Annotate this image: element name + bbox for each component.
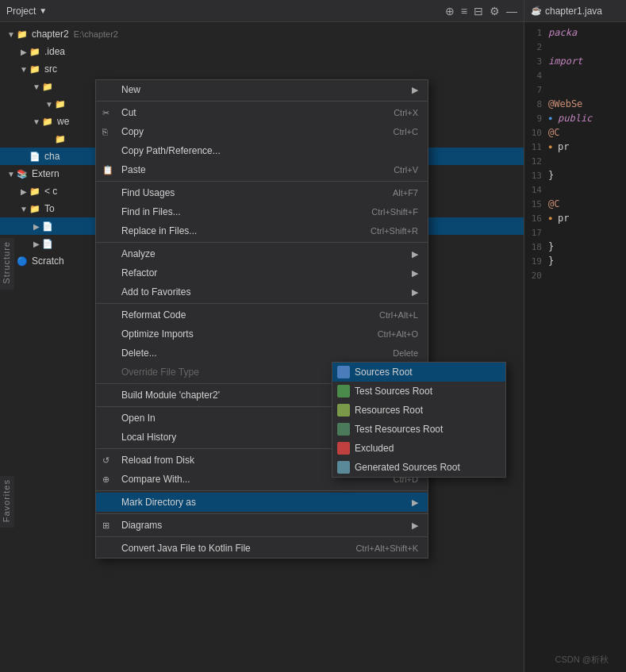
menu-item-analyze[interactable]: Analyze ▶ (96, 244, 428, 263)
submenu-arrow: ▶ (412, 497, 418, 508)
submenu-item-generated-sources-root[interactable]: Generated Sources Root (332, 458, 505, 477)
code-line-17: 17 (524, 225, 626, 240)
menu-item-mark-directory[interactable]: Mark Directory as ▶ (96, 493, 428, 512)
menu-item-label: Find in Files... (121, 206, 181, 217)
code-line-1: 1 packa (524, 25, 626, 40)
code-line-3: 3 import (524, 54, 626, 68)
menu-item-label: Convert Java File to Kotlin File (121, 543, 251, 554)
tree-label: To (44, 203, 55, 214)
menu-item-optimize-imports[interactable]: Optimize Imports Ctrl+Alt+O (96, 324, 428, 344)
menu-item-new[interactable]: New ▶ (96, 80, 428, 99)
tree-arrow: ▶ (19, 187, 29, 196)
tree-item-chapter2[interactable]: ▼ 📁 chapter2 E:\chapter2 (0, 25, 524, 43)
minimize-icon[interactable]: — (506, 5, 517, 17)
code-line-12: 12 (524, 154, 626, 168)
java-file-icon: ☕ (531, 6, 542, 16)
test-resources-root-icon (337, 423, 350, 436)
menu-item-reformat-code[interactable]: Reformat Code Ctrl+Alt+L (96, 305, 428, 324)
diagrams-icon: ⊞ (102, 520, 109, 531)
tree-arrow: ▼ (6, 170, 16, 179)
tree-arrow: ▼ (32, 83, 41, 91)
code-line-14: 14 (524, 182, 626, 197)
mark-directory-submenu: Sources Root Test Sources Root Resources… (332, 362, 506, 478)
shortcut-label: Alt+F7 (393, 188, 418, 198)
menu-item-replace-in-files[interactable]: Replace in Files... Ctrl+Shift+R (96, 221, 428, 240)
tree-label: .idea (44, 46, 65, 57)
menu-item-convert-java[interactable]: Convert Java File to Kotlin File Ctrl+Al… (96, 539, 428, 558)
submenu-arrow: ▶ (412, 520, 418, 531)
submenu-item-excluded[interactable]: Excluded (332, 439, 505, 458)
menu-item-label: Add to Favorites (121, 286, 190, 298)
menu-item-label: Cut (121, 107, 136, 118)
tree-arrow: ▶ (19, 48, 29, 56)
submenu-arrow: ▶ (412, 249, 418, 259)
layout-icon[interactable]: ≡ (461, 5, 467, 17)
watermark: CSDN @析秋 (555, 654, 609, 666)
submenu-item-resources-root[interactable]: Resources Root (332, 401, 505, 420)
menu-separator (96, 513, 428, 514)
menu-item-find-usages[interactable]: Find Usages Alt+F7 (96, 183, 428, 202)
gutter-dot-16: ● (548, 214, 558, 222)
tree-label: Extern (32, 168, 60, 179)
menu-separator (96, 181, 428, 182)
tree-arrow: ▼ (44, 100, 54, 109)
test-sources-root-icon (337, 385, 350, 397)
menu-item-refactor[interactable]: Refactor ▶ (96, 263, 428, 282)
settings-icon[interactable]: ⚙ (490, 5, 500, 17)
tree-arrow: ▼ (32, 117, 41, 126)
menu-item-label: Find Usages (121, 187, 175, 198)
menu-item-label: Mark Directory as (121, 497, 196, 508)
submenu-arrow: ▶ (412, 287, 418, 298)
submenu-item-test-resources-root[interactable]: Test Resources Root (332, 420, 505, 439)
menu-item-label: Replace in Files... (121, 225, 197, 236)
folder-icon: 📁 (41, 80, 54, 93)
gutter-dot-11: ● (548, 143, 558, 151)
menu-separator (96, 490, 428, 491)
submenu-item-test-sources-root[interactable]: Test Sources Root (332, 382, 505, 401)
project-dropdown-arrow[interactable]: ▼ (39, 6, 47, 15)
submenu-item-sources-root[interactable]: Sources Root (332, 363, 505, 382)
structure-tab-panel: Structure (0, 238, 14, 290)
code-line-15: 15 @C (524, 197, 626, 211)
compare-icon: ⊕ (102, 474, 109, 485)
favorites-tab[interactable]: Favorites (2, 479, 11, 522)
shortcut-label: Ctrl+Alt+Shift+K (355, 543, 418, 553)
code-line-2: 2 (524, 40, 626, 54)
menu-item-label: Delete... (121, 348, 157, 359)
structure-tab[interactable]: Structure (2, 241, 11, 284)
excluded-icon (337, 442, 350, 455)
shortcut-label: Ctrl+V (394, 165, 418, 175)
shortcut-label: Delete (393, 348, 418, 358)
menu-item-add-to-favorites[interactable]: Add to Favorites ▶ (96, 282, 428, 301)
menu-item-copy[interactable]: ⎘ Copy Ctrl+C (96, 122, 428, 141)
code-line-13: 13 } (524, 168, 626, 182)
shortcut-label: Ctrl+Alt+L (379, 310, 418, 320)
copy-icon: ⎘ (102, 127, 108, 136)
menu-item-diagrams[interactable]: ⊞ Diagrams ▶ (96, 516, 428, 535)
tree-item-src[interactable]: ▼ 📁 src (0, 60, 524, 78)
menu-item-label: Build Module 'chapter2' (121, 390, 220, 401)
menu-item-find-in-files[interactable]: Find in Files... Ctrl+Shift+F (96, 202, 428, 221)
shortcut-label: Ctrl+Alt+O (378, 329, 418, 339)
menu-item-label: New (121, 84, 140, 95)
tree-item-idea[interactable]: ▶ 📁 .idea (0, 43, 524, 60)
folder-icon: 📁 (29, 45, 41, 58)
java-file-icon: 📄 (29, 150, 41, 163)
add-icon[interactable]: ⊕ (445, 5, 455, 17)
collapse-icon[interactable]: ⊟ (474, 5, 483, 17)
menu-item-label: Refactor (121, 267, 157, 278)
menu-item-copy-path[interactable]: Copy Path/Reference... (96, 141, 428, 160)
menu-item-label: Copy Path/Reference... (121, 145, 221, 156)
editor-tab-title: chapter1.java (545, 6, 602, 17)
project-title: Project (6, 6, 36, 17)
menu-item-paste[interactable]: 📋 Paste Ctrl+V (96, 160, 428, 179)
code-line-7: 7 (524, 83, 626, 97)
menu-item-label: Optimize Imports (121, 328, 194, 340)
tree-arrow: ▼ (6, 30, 16, 39)
sources-root-icon (337, 366, 350, 378)
menu-item-label: Open In (121, 413, 156, 424)
menu-item-delete[interactable]: Delete... Delete (96, 344, 428, 363)
editor-tab[interactable]: ☕ chapter1.java (524, 0, 626, 22)
menu-item-cut[interactable]: ✂ Cut Ctrl+X (96, 103, 428, 122)
menu-item-label: Reformat Code (121, 309, 186, 321)
